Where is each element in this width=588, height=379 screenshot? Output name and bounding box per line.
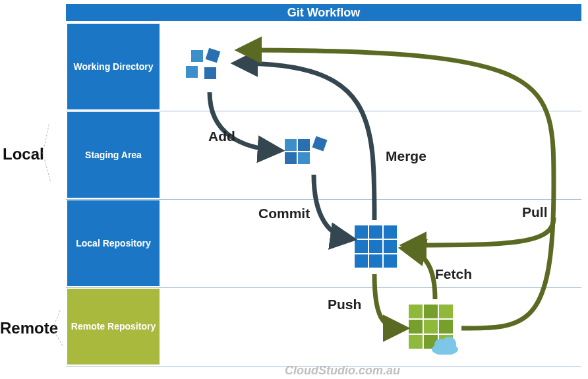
divider <box>66 287 581 288</box>
divider <box>66 199 581 200</box>
svg-rect-18 <box>409 305 423 318</box>
credit-text: CloudStudio.com.au <box>285 364 400 378</box>
svg-rect-5 <box>298 139 310 151</box>
svg-rect-9 <box>355 225 368 239</box>
svg-rect-23 <box>439 320 453 334</box>
svg-rect-3 <box>204 67 216 79</box>
remote-repository-icon <box>407 303 459 355</box>
staging-area-icon <box>282 135 328 181</box>
svg-rect-2 <box>186 66 198 78</box>
page-title: Git Workflow <box>66 4 581 21</box>
svg-rect-16 <box>369 254 382 268</box>
op-merge-label: Merge <box>386 148 426 164</box>
local-repository-icon <box>353 224 399 270</box>
row-local-repository: Local Repository <box>67 200 160 286</box>
scope-local-label: Local <box>3 145 44 163</box>
op-add-label: Add <box>208 129 235 144</box>
svg-rect-14 <box>384 240 397 253</box>
row-working-directory: Working Directory <box>67 24 160 109</box>
svg-rect-24 <box>409 335 423 349</box>
svg-rect-22 <box>424 320 438 334</box>
guide-line <box>43 153 51 181</box>
svg-rect-15 <box>355 254 368 268</box>
op-push-label: Push <box>328 297 361 312</box>
op-fetch-label: Fetch <box>435 266 472 282</box>
svg-point-29 <box>442 337 456 351</box>
svg-rect-6 <box>312 136 327 151</box>
svg-rect-0 <box>191 50 203 62</box>
svg-rect-1 <box>206 48 221 63</box>
working-directory-icon <box>185 46 231 92</box>
op-commit-label: Commit <box>258 206 310 221</box>
svg-rect-21 <box>409 320 423 334</box>
guide-line <box>43 124 49 153</box>
scope-remote-label: Remote <box>0 319 58 337</box>
op-pull-label: Pull <box>522 204 548 220</box>
row-staging-area: Staging Area <box>67 112 160 198</box>
svg-rect-8 <box>298 152 310 164</box>
svg-rect-17 <box>384 254 397 268</box>
svg-rect-13 <box>369 240 382 253</box>
svg-rect-10 <box>369 225 382 239</box>
row-remote-repository: Remote Repository <box>67 289 160 364</box>
diagram-canvas: Git Workflow Working Directory Staging A… <box>0 0 588 379</box>
divider <box>66 111 581 111</box>
svg-rect-7 <box>285 152 297 164</box>
svg-rect-20 <box>439 305 453 318</box>
svg-rect-19 <box>424 305 438 318</box>
svg-rect-12 <box>355 240 368 253</box>
svg-rect-11 <box>384 225 397 239</box>
svg-rect-4 <box>285 139 297 151</box>
